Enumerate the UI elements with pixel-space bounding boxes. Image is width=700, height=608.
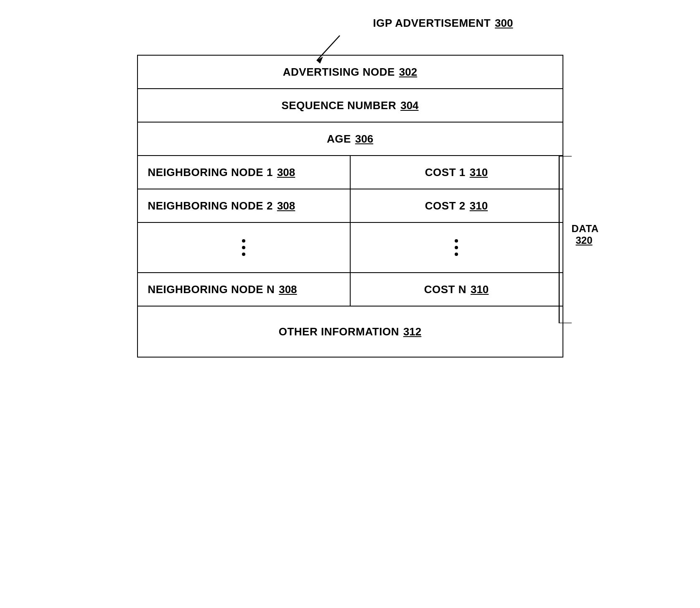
neighboring-node-n-cell: NEIGHBORING NODE N 308	[138, 273, 351, 306]
cost-1-label: COST 1	[425, 166, 466, 179]
neighboring-node-2-number: 308	[277, 199, 295, 212]
neighboring-node-n-number: 308	[279, 283, 297, 296]
igp-label-area: IGP ADVERTISEMENT 300	[162, 17, 538, 30]
dot-5	[455, 246, 458, 249]
dots-right-pattern	[455, 239, 458, 256]
dots-right-cell	[351, 223, 563, 272]
cost-2-number: 310	[470, 199, 488, 212]
node1-cost1-row: NEIGHBORING NODE 1 308 COST 1 310	[138, 156, 563, 189]
sequence-number-number: 304	[400, 99, 418, 112]
cost-2-label: COST 2	[425, 199, 466, 212]
nodeN-costN-row: NEIGHBORING NODE N 308 COST N 310	[138, 273, 563, 307]
advertising-node-number: 302	[399, 66, 417, 79]
age-number: 306	[355, 133, 373, 146]
advertising-node-label: ADVERTISING NODE	[283, 66, 395, 79]
neighboring-node-2-cell: NEIGHBORING NODE 2 308	[138, 189, 351, 222]
main-box: ADVERTISING NODE 302 SEQUENCE NUMBER 304…	[137, 55, 563, 358]
neighboring-node-n-label: NEIGHBORING NODE N	[148, 283, 275, 296]
dots-left-pattern	[242, 239, 245, 256]
data-number: 320	[576, 235, 593, 246]
node2-cost2-row: NEIGHBORING NODE 2 308 COST 2 310	[138, 189, 563, 223]
page-container: IGP ADVERTISEMENT 300 DATA	[0, 0, 700, 608]
other-information-label: OTHER INFORMATION	[279, 325, 399, 338]
age-label: AGE	[327, 133, 351, 146]
neighboring-node-1-label: NEIGHBORING NODE 1	[148, 166, 273, 179]
neighboring-node-1-number: 308	[277, 166, 295, 179]
other-information-row: OTHER INFORMATION 312	[138, 307, 563, 357]
dot-2	[242, 246, 245, 249]
cost-1-cell: COST 1 310	[351, 156, 563, 189]
neighboring-node-1-cell: NEIGHBORING NODE 1 308	[138, 156, 351, 189]
other-information-number: 312	[403, 325, 421, 338]
neighboring-node-2-label: NEIGHBORING NODE 2	[148, 199, 273, 212]
age-row: AGE 306	[138, 123, 563, 156]
sequence-number-label: SEQUENCE NUMBER	[281, 99, 396, 112]
data-label: DATA	[572, 223, 599, 235]
cost-n-cell: COST N 310	[351, 273, 563, 306]
dots-row	[138, 223, 563, 273]
data-label-group: DATA 320	[572, 223, 599, 246]
dots-left-cell	[138, 223, 351, 272]
dot-4	[455, 239, 458, 243]
cost-n-number: 310	[471, 283, 489, 296]
cost-2-cell: COST 2 310	[351, 189, 563, 222]
advertising-node-row: ADVERTISING NODE 302	[138, 56, 563, 89]
dot-6	[455, 253, 458, 256]
dot-1	[242, 239, 245, 243]
sequence-number-row: SEQUENCE NUMBER 304	[138, 89, 563, 123]
cost-1-number: 310	[470, 166, 488, 179]
igp-number: 300	[495, 17, 513, 30]
igp-title: IGP ADVERTISEMENT	[373, 17, 491, 30]
diagram-wrapper: DATA 320 ADVERTISING NODE 302 SEQUENCE N…	[120, 55, 580, 358]
dot-3	[242, 253, 245, 256]
cost-n-label: COST N	[424, 283, 466, 296]
